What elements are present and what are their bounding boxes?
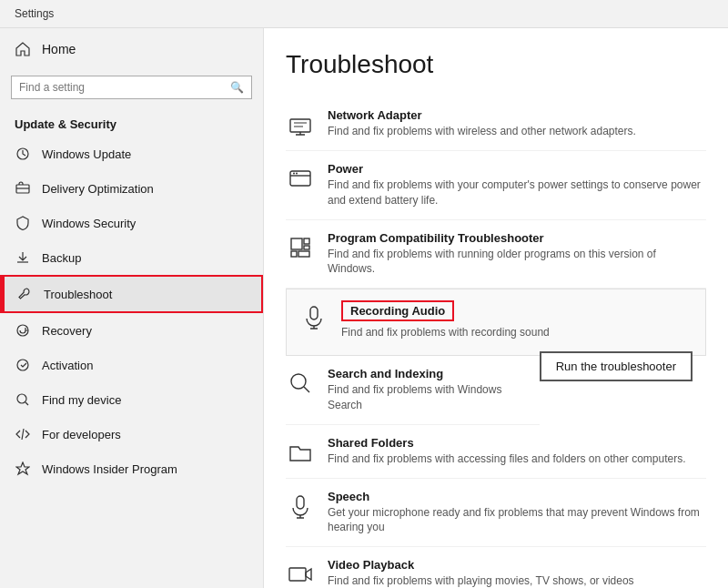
svg-rect-5 — [290, 119, 310, 132]
item-desc-program-compat: Find and fix problems with running older… — [328, 247, 706, 278]
folder-icon — [286, 438, 315, 467]
nav-label-delivery-optimization: Delivery Optimization — [42, 182, 154, 196]
sidebar-item-windows-security[interactable]: Windows Security — [0, 206, 263, 240]
sidebar-item-windows-insider[interactable]: Windows Insider Program — [0, 451, 263, 486]
nav-items-container: Windows Update Delivery Optimization Win… — [0, 137, 263, 486]
sidebar-item-for-developers[interactable]: For developers — [0, 417, 263, 451]
sidebar-item-windows-update[interactable]: Windows Update — [0, 137, 263, 171]
item-content-video-playback: Video Playback Find and fix problems wit… — [328, 558, 706, 588]
item-desc-video-playback: Find and fix problems with playing movie… — [328, 573, 706, 588]
nav-label-windows-update: Windows Update — [42, 147, 131, 161]
sidebar-item-activation[interactable]: Activation — [0, 348, 263, 382]
sidebar-item-find-my-device[interactable]: Find my device — [0, 382, 263, 417]
troubleshoot-item-program-compat: Program Compatibility Troubleshooter Fin… — [286, 220, 706, 289]
nav-label-backup: Backup — [42, 251, 81, 265]
nav-label-find-my-device: Find my device — [42, 393, 121, 407]
search-icon — [286, 369, 315, 398]
home-icon — [15, 41, 31, 57]
sidebar-home[interactable]: Home — [0, 28, 263, 70]
find-icon — [15, 391, 31, 408]
run-troubleshooter-button[interactable]: Run the troubleshooter — [540, 351, 693, 381]
delivery-icon — [15, 180, 31, 197]
svg-point-3 — [17, 360, 28, 370]
recording-audio-header: Recording Audio Find and fix problems wi… — [299, 300, 693, 340]
troubleshoot-item-video-playback: Video Playback Find and fix problems wit… — [286, 547, 706, 588]
svg-rect-9 — [291, 238, 302, 249]
item-content-network-adapter: Network Adapter Find and fix problems wi… — [328, 108, 706, 139]
svg-rect-11 — [298, 251, 309, 257]
backup-icon — [15, 249, 31, 266]
item-content-shared-folders: Shared Folders Find and fix problems wit… — [328, 436, 706, 467]
svg-point-7 — [293, 173, 295, 175]
item-content-search-indexing: Search and Indexing Find and fix problem… — [328, 367, 540, 413]
sidebar: Home 🔍 Update & Security Windows Update … — [0, 28, 264, 588]
sidebar-item-troubleshoot[interactable]: Troubleshoot — [0, 275, 263, 313]
recording-audio-title: Recording Audio — [341, 300, 454, 321]
developers-icon — [15, 426, 31, 442]
item-title-program-compat: Program Compatibility Troubleshooter — [328, 231, 706, 245]
nav-label-recovery: Recovery — [42, 324, 92, 338]
troubleshoot-item-search-indexing: Search and Indexing Find and fix problem… — [286, 356, 540, 425]
content-area: Troubleshoot Network Adapter Find and fi… — [264, 28, 728, 588]
item-desc-search-indexing: Find and fix problems with Windows Searc… — [328, 382, 540, 413]
item-content-power: Power Find and fix problems with your co… — [328, 162, 706, 208]
troubleshoot-item-shared-folders: Shared Folders Find and fix problems wit… — [286, 425, 706, 479]
svg-rect-10 — [291, 251, 297, 257]
item-title-search-indexing: Search and Indexing — [328, 367, 540, 380]
troubleshoot-item-speech: Speech Get your microphone ready and fix… — [286, 479, 706, 548]
recovery-icon — [15, 322, 31, 339]
insider-icon — [15, 461, 31, 477]
troubleshoot-item-power: Power Find and fix problems with your co… — [286, 151, 706, 220]
svg-rect-13 — [304, 246, 309, 249]
wrench-icon — [16, 286, 33, 302]
nav-label-for-developers: For developers — [42, 428, 121, 441]
sidebar-item-backup[interactable]: Backup — [0, 240, 263, 275]
main-container: Home 🔍 Update & Security Windows Update … — [0, 28, 728, 588]
nav-label-troubleshoot: Troubleshoot — [44, 288, 112, 301]
troubleshoot-item-recording-audio: Recording Audio Find and fix problems wi… — [286, 289, 706, 356]
activation-icon — [15, 357, 31, 373]
program-icon — [286, 233, 315, 262]
search-icon: 🔍 — [230, 81, 244, 94]
svg-point-15 — [291, 374, 306, 389]
item-content-speech: Speech Get your microphone ready and fix… — [328, 490, 706, 536]
svg-rect-14 — [310, 307, 318, 319]
item-title-power: Power — [328, 162, 706, 176]
troubleshoot-item-network-adapter: Network Adapter Find and fix problems wi… — [286, 97, 706, 151]
page-title: Troubleshoot — [286, 50, 706, 79]
svg-point-4 — [17, 394, 26, 403]
power-icon — [286, 164, 315, 193]
item-title-video-playback: Video Playback — [328, 558, 706, 572]
item-title-speech: Speech — [328, 490, 706, 503]
nav-label-activation: Activation — [42, 359, 93, 372]
video-icon — [286, 560, 315, 588]
troubleshoot-items: Network Adapter Find and fix problems wi… — [286, 97, 706, 588]
svg-point-8 — [296, 173, 298, 175]
title-bar: Settings — [0, 0, 728, 28]
security-icon — [15, 215, 31, 231]
speech-icon — [286, 492, 315, 521]
search-box[interactable]: 🔍 — [11, 76, 252, 99]
recording-audio-content: Recording Audio Find and fix problems wi… — [341, 300, 693, 340]
item-desc-speech: Get your microphone ready and fix proble… — [328, 505, 706, 536]
search-input[interactable] — [19, 81, 225, 94]
sidebar-item-delivery-optimization[interactable]: Delivery Optimization — [0, 171, 263, 206]
update-icon — [15, 146, 31, 162]
svg-rect-16 — [297, 496, 304, 509]
sidebar-item-recovery[interactable]: Recovery — [0, 313, 263, 348]
nav-label-windows-insider: Windows Insider Program — [42, 462, 177, 476]
item-content-program-compat: Program Compatibility Troubleshooter Fin… — [328, 231, 706, 278]
svg-rect-17 — [289, 568, 306, 581]
item-desc-power: Find and fix problems with your computer… — [328, 177, 706, 208]
recording-audio-desc: Find and fix problems with recording sou… — [341, 325, 693, 340]
item-desc-network-adapter: Find and fix problems with wireless and … — [328, 124, 706, 139]
svg-rect-12 — [304, 238, 309, 244]
title-bar-label: Settings — [15, 7, 54, 20]
item-desc-shared-folders: Find and fix problems with accessing fil… — [328, 451, 706, 467]
item-title-network-adapter: Network Adapter — [328, 108, 706, 122]
section-header: Update & Security — [0, 110, 263, 137]
network-icon — [286, 110, 315, 139]
sidebar-home-label: Home — [42, 42, 76, 56]
item-title-shared-folders: Shared Folders — [328, 436, 706, 450]
nav-label-windows-security: Windows Security — [42, 217, 136, 230]
